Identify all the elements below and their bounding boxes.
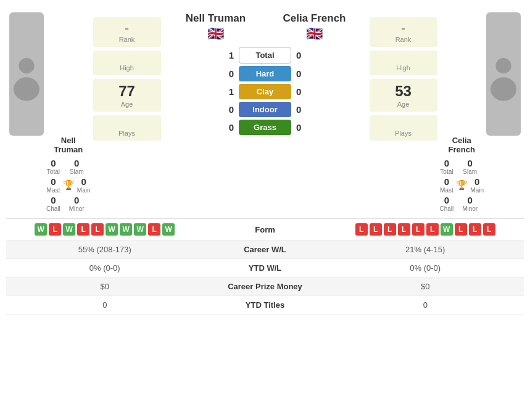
form-badge-l: L (412, 223, 424, 236)
left-rank-lbl: Rank (102, 36, 152, 43)
surface-left-score-clay: 1 (208, 86, 239, 97)
form-badge-w: W (106, 223, 118, 236)
form-badge-w: W (162, 223, 175, 236)
left-age-val: 77 (102, 83, 152, 100)
right-minor-val: 0 (456, 195, 484, 205)
right-rank-lbl: Rank (378, 36, 429, 43)
left-total-val: 0 (46, 158, 60, 168)
right-main-val: 0 (470, 176, 484, 187)
right-flag: 🇬🇧 (265, 26, 364, 42)
form-badge-l: L (455, 223, 467, 236)
surface-btn-total[interactable]: Total (239, 47, 291, 64)
career-wl-row: 55% (208-173) Career W/L 21% (4-15) (6, 241, 524, 259)
surface-btn-indoor[interactable]: Indoor (239, 102, 291, 117)
center-section: Nell Truman Celia French 🇬🇧 🇬🇧 1Total00H… (164, 12, 367, 138)
right-minor-lbl: Minor (456, 205, 484, 212)
form-badge-l: L (355, 223, 368, 236)
right-ytd-titles: 0 (333, 300, 518, 310)
right-player-name: Celia French (440, 136, 484, 154)
left-chall-val: 0 (46, 195, 60, 205)
top-section: Nell Truman 0 Total 0 Slam 0 Mast 🏆 (6, 6, 524, 218)
left-high-lbl: High (102, 64, 152, 72)
right-career-wl: 21% (4-15) (333, 245, 518, 254)
form-label: Form (197, 225, 333, 234)
right-plays-val (378, 120, 429, 129)
right-total-val: 0 (440, 158, 454, 168)
left-mast-val: 0 (46, 176, 60, 187)
right-plays-lbl: Plays (378, 130, 429, 137)
svg-point-2 (14, 77, 39, 101)
surface-right-score-grass: 0 (291, 122, 322, 133)
main-container: Nell Truman 0 Total 0 Slam 0 Mast 🏆 (0, 0, 530, 321)
form-badge-w: W (120, 223, 132, 236)
left-plays-lbl: Plays (102, 130, 152, 137)
right-rank-box: - Rank (370, 17, 437, 47)
form-badge-w: W (63, 223, 75, 236)
left-rha-panel: - Rank High 77 Age Plays (93, 17, 161, 141)
surface-left-score-hard: 0 (208, 68, 239, 79)
form-badge-w: W (441, 223, 453, 236)
right-high-box: High (370, 51, 437, 75)
left-slam-lbl: Slam (63, 168, 91, 175)
left-prize: $0 (12, 282, 197, 291)
right-high-val (378, 54, 429, 64)
ytd-titles-label: YTD Titles (197, 300, 333, 310)
surface-row-hard: 0Hard0 (167, 66, 364, 81)
center-right-name: Celia French (265, 12, 364, 25)
left-trophy-icon: 🏆 (63, 179, 75, 191)
center-left-name: Nell Truman (167, 12, 265, 25)
left-career-wl: 55% (208-173) (12, 245, 197, 254)
left-high-box: High (93, 51, 161, 75)
left-rank-box: - Rank (93, 17, 161, 47)
form-badge-l: L (384, 223, 396, 236)
left-flag: 🇬🇧 (167, 26, 265, 42)
left-slam-val: 0 (63, 158, 91, 168)
form-badge-l: L (483, 223, 495, 236)
left-age-box: 77 Age (93, 79, 161, 112)
left-age-lbl: Age (102, 101, 152, 108)
surface-btn-clay[interactable]: Clay (239, 84, 291, 99)
surface-left-score-total: 1 (208, 50, 239, 60)
left-total-lbl: Total (46, 168, 60, 175)
left-player-stats: Nell Truman 0 Total 0 Slam 0 Mast 🏆 (46, 136, 90, 212)
svg-point-1 (19, 58, 34, 73)
left-plays-val (102, 120, 152, 129)
right-ytd-wl: 0% (0-0) (333, 263, 518, 273)
ytd-wl-row: 0% (0-0) YTD W/L 0% (0-0) (6, 259, 524, 278)
right-mast-lbl: Mast (440, 187, 454, 194)
left-chall-lbl: Chall (46, 205, 60, 212)
surface-table: 1Total00Hard01Clay00Indoor00Grass0 (167, 47, 364, 138)
left-form-badges: WLWLLWWWLW (12, 223, 197, 236)
svg-point-5 (491, 77, 516, 101)
bottom-section: WLWLLWWWLW Form LLLLLLWLLL 55% (208-173)… (6, 218, 524, 315)
right-form-badges: LLLLLLWLLL (333, 223, 518, 236)
surface-row-clay: 1Clay0 (167, 84, 364, 99)
right-player-stats: Celia French 0 Total 0 Slam 0 Mast 🏆 (440, 136, 484, 212)
right-slam-val: 0 (456, 158, 484, 168)
ytd-wl-label: YTD W/L (197, 263, 333, 273)
surface-right-score-clay: 0 (291, 86, 322, 97)
right-age-lbl: Age (378, 101, 429, 108)
right-high-lbl: High (378, 64, 429, 72)
prize-label: Career Prize Money (197, 282, 333, 291)
right-chall-val: 0 (440, 195, 454, 205)
right-age-box: 53 Age (370, 79, 437, 112)
form-badge-l: L (469, 223, 481, 236)
surface-row-total: 1Total0 (167, 47, 364, 64)
right-mast-val: 0 (440, 176, 454, 187)
form-badge-l: L (77, 223, 89, 236)
surface-row-grass: 0Grass0 (167, 120, 364, 135)
right-slam-lbl: Slam (456, 168, 484, 175)
right-plays-box: Plays (370, 115, 437, 141)
left-ytd-titles: 0 (12, 300, 197, 310)
surface-btn-grass[interactable]: Grass (239, 120, 291, 135)
prize-row: $0 Career Prize Money $0 (6, 278, 524, 296)
surface-left-score-indoor: 0 (208, 104, 239, 115)
right-rank-val: - (378, 21, 429, 35)
surface-btn-hard[interactable]: Hard (239, 66, 291, 81)
surface-right-score-hard: 0 (291, 68, 322, 79)
right-age-val: 53 (378, 83, 429, 100)
career-wl-label: Career W/L (197, 245, 333, 254)
form-badge-l: L (91, 223, 104, 236)
surface-row-indoor: 0Indoor0 (167, 102, 364, 117)
